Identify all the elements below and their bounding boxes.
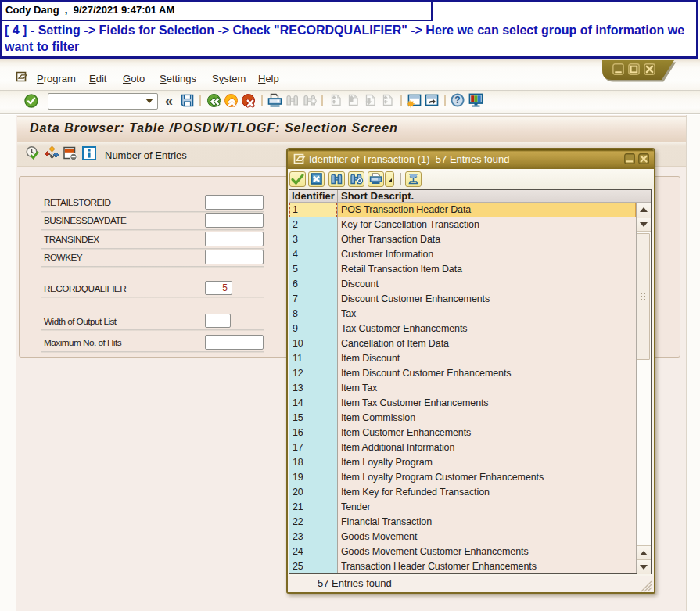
svg-text:?: ? [454,95,460,106]
